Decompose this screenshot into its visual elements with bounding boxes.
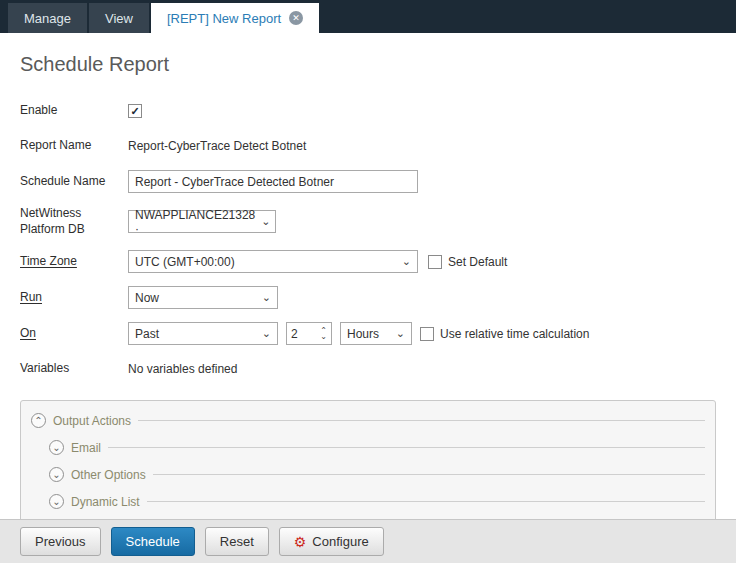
timezone-select[interactable]: UTC (GMT+00:00) ⌄ <box>128 250 418 273</box>
platform-db-label: NetWitness Platform DB <box>20 206 128 237</box>
gear-icon: ⚙ <box>294 535 307 549</box>
platform-db-row: NetWitness Platform DB NWAPPLIANCE21328 … <box>20 206 716 237</box>
schedule-button[interactable]: Schedule <box>111 527 195 556</box>
set-default-option: Set Default <box>428 255 507 269</box>
platform-db-select[interactable]: NWAPPLIANCE21328 · ⌄ <box>128 210 276 233</box>
configure-button[interactable]: ⚙ Configure <box>279 527 384 556</box>
divider <box>108 447 705 448</box>
chevron-down-icon: ⌄ <box>261 216 270 227</box>
section-label: Output Actions <box>53 414 131 428</box>
relative-time-option: Use relative time calculation <box>420 327 589 341</box>
schedule-name-row: Schedule Name <box>20 170 716 193</box>
run-row: Run Now ⌄ <box>20 286 716 309</box>
variables-label: Variables <box>20 361 128 377</box>
on-row: On Past ⌄ 2 ⌃ ⌄ Hours ⌄ Use relative tim… <box>20 322 716 345</box>
chevron-down-circle-icon: ⌄ <box>49 467 64 482</box>
page-title: Schedule Report <box>20 53 716 76</box>
set-default-checkbox[interactable] <box>428 255 442 269</box>
section-output-actions[interactable]: ⌃ Output Actions <box>31 407 705 434</box>
schedule-report-form: Schedule Report Enable ✓ Report Name Rep… <box>0 33 736 563</box>
chevron-down-circle-icon: ⌄ <box>49 440 64 455</box>
spinner-arrows[interactable]: ⌃ ⌄ <box>320 328 327 340</box>
chevron-down-icon: ⌄ <box>402 256 411 267</box>
on-past-value: Past <box>135 327 159 341</box>
chevron-down-icon: ⌄ <box>396 328 405 339</box>
chevron-up-circle-icon: ⌃ <box>31 413 46 428</box>
on-unit-select[interactable]: Hours ⌄ <box>340 322 412 345</box>
tab-bar: Manage View [REPT] New Report ✕ <box>0 0 736 33</box>
timezone-row: Time Zone UTC (GMT+00:00) ⌄ Set Default <box>20 250 716 273</box>
report-name-value: Report-CyberTrace Detect Botnet <box>128 139 306 153</box>
section-dynamic-list[interactable]: ⌄ Dynamic List <box>49 488 705 515</box>
schedule-name-input[interactable] <box>128 170 418 193</box>
set-default-label: Set Default <box>448 255 507 269</box>
tab-manage[interactable]: Manage <box>8 3 87 33</box>
variables-value: No variables defined <box>128 362 237 376</box>
on-count-value: 2 <box>291 327 298 341</box>
tab-label: [REPT] New Report <box>167 11 281 26</box>
enable-row: Enable ✓ <box>20 100 716 122</box>
enable-checkbox[interactable]: ✓ <box>128 104 142 118</box>
tab-view[interactable]: View <box>89 3 149 33</box>
timezone-label: Time Zone <box>20 254 128 270</box>
run-select[interactable]: Now ⌄ <box>128 286 278 309</box>
chevron-down-icon: ⌄ <box>262 292 271 303</box>
tab-label: View <box>105 11 133 26</box>
divider <box>147 501 705 502</box>
timezone-value: UTC (GMT+00:00) <box>135 255 235 269</box>
footer-bar: Previous Schedule Reset ⚙ Configure <box>0 519 736 563</box>
section-email[interactable]: ⌄ Email <box>49 434 705 461</box>
reset-button[interactable]: Reset <box>205 527 269 556</box>
divider <box>153 474 705 475</box>
chevron-down-icon: ⌄ <box>320 334 327 340</box>
on-past-select[interactable]: Past ⌄ <box>128 322 278 345</box>
section-other-options[interactable]: ⌄ Other Options <box>49 461 705 488</box>
tab-new-report[interactable]: [REPT] New Report ✕ <box>151 3 319 33</box>
divider <box>138 420 705 421</box>
output-actions-panel: ⌃ Output Actions ⌄ Email ⌄ Other Options… <box>20 400 716 524</box>
relative-time-checkbox[interactable] <box>420 327 434 341</box>
on-count-spinner[interactable]: 2 ⌃ ⌄ <box>286 322 332 345</box>
schedule-name-label: Schedule Name <box>20 174 128 190</box>
configure-button-label: Configure <box>312 534 368 549</box>
close-tab-icon[interactable]: ✕ <box>289 11 303 25</box>
section-label: Dynamic List <box>71 495 140 509</box>
on-label: On <box>20 326 128 342</box>
platform-db-value: NWAPPLIANCE21328 · <box>135 208 255 236</box>
section-label: Other Options <box>71 468 146 482</box>
enable-label: Enable <box>20 103 128 119</box>
variables-row: Variables No variables defined <box>20 358 716 380</box>
tab-label: Manage <box>24 11 71 26</box>
previous-button[interactable]: Previous <box>20 527 101 556</box>
chevron-down-circle-icon: ⌄ <box>49 494 64 509</box>
chevron-down-icon: ⌄ <box>262 328 271 339</box>
check-icon: ✓ <box>130 105 139 118</box>
run-label: Run <box>20 290 128 306</box>
report-name-label: Report Name <box>20 138 128 154</box>
relative-time-label: Use relative time calculation <box>440 327 589 341</box>
on-unit-value: Hours <box>347 327 379 341</box>
run-value: Now <box>135 291 159 305</box>
report-name-row: Report Name Report-CyberTrace Detect Bot… <box>20 135 716 157</box>
section-label: Email <box>71 441 101 455</box>
